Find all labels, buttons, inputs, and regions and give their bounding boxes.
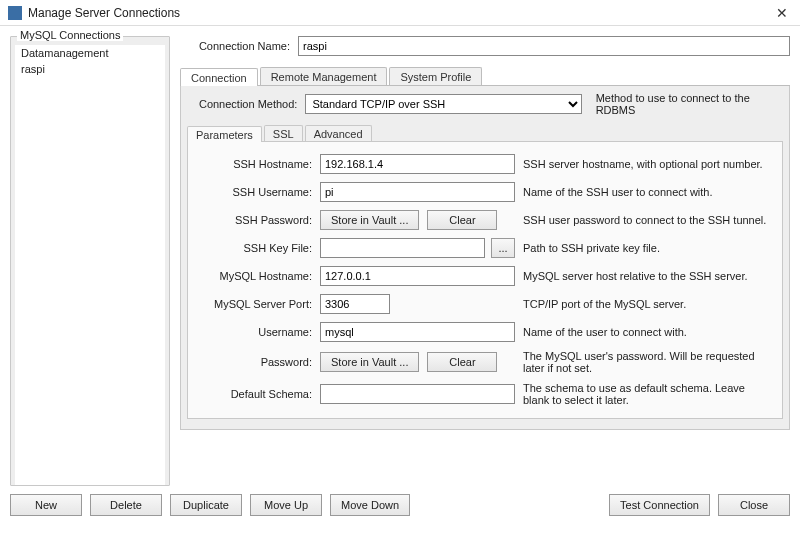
ssh-keyfile-input[interactable] xyxy=(320,238,485,258)
mysql-hostname-label: MySQL Hostname: xyxy=(196,270,312,282)
mysql-password-store-button[interactable]: Store in Vault ... xyxy=(320,352,419,372)
ssh-username-label: SSH Username: xyxy=(196,186,312,198)
connections-panel-label: MySQL Connections xyxy=(17,29,123,41)
connection-name-input[interactable] xyxy=(298,36,790,56)
ssh-hostname-input[interactable] xyxy=(320,154,515,174)
mysql-username-label: Username: xyxy=(196,326,312,338)
subtab-advanced[interactable]: Advanced xyxy=(305,125,372,141)
default-schema-hint: The schema to use as default schema. Lea… xyxy=(523,382,774,406)
list-item[interactable]: raspi xyxy=(15,61,165,77)
connection-method-label: Connection Method: xyxy=(187,98,297,110)
test-connection-button[interactable]: Test Connection xyxy=(609,494,710,516)
mysql-username-input[interactable] xyxy=(320,322,515,342)
duplicate-button[interactable]: Duplicate xyxy=(170,494,242,516)
footer: New Delete Duplicate Move Up Move Down T… xyxy=(0,486,800,524)
mysql-password-hint: The MySQL user's password. Will be reque… xyxy=(523,350,774,374)
ssh-username-hint: Name of the SSH user to connect with. xyxy=(523,186,774,198)
default-schema-label: Default Schema: xyxy=(196,388,312,400)
mysql-port-label: MySQL Server Port: xyxy=(196,298,312,310)
main-tabs-container: Connection Remote Management System Prof… xyxy=(180,64,790,430)
connection-name-row: Connection Name: xyxy=(180,36,790,56)
list-item[interactable]: Datamanagement xyxy=(15,45,165,61)
connection-panel: Connection Method: Standard TCP/IP over … xyxy=(180,86,790,430)
sub-tabs: Parameters SSL Advanced xyxy=(187,122,783,142)
mysql-port-hint: TCP/IP port of the MySQL server. xyxy=(523,298,774,310)
titlebar: Manage Server Connections ✕ xyxy=(0,0,800,26)
connections-panel: MySQL Connections Datamanagement raspi xyxy=(10,36,170,486)
default-schema-input[interactable] xyxy=(320,384,515,404)
mysql-password-clear-button[interactable]: Clear xyxy=(427,352,497,372)
tab-system-profile[interactable]: System Profile xyxy=(389,67,482,85)
mysql-hostname-input[interactable] xyxy=(320,266,515,286)
parameters-panel: SSH Hostname: SSH server hostname, with … xyxy=(187,142,783,419)
window-title: Manage Server Connections xyxy=(28,6,772,20)
delete-button[interactable]: Delete xyxy=(90,494,162,516)
ssh-password-hint: SSH user password to connect to the SSH … xyxy=(523,214,774,226)
connections-list[interactable]: Datamanagement raspi xyxy=(15,45,165,485)
mysql-hostname-hint: MySQL server host relative to the SSH se… xyxy=(523,270,774,282)
tab-connection[interactable]: Connection xyxy=(180,68,258,86)
subtab-parameters[interactable]: Parameters xyxy=(187,126,262,142)
tab-remote-management[interactable]: Remote Management xyxy=(260,67,388,85)
main-tabs: Connection Remote Management System Prof… xyxy=(180,64,790,86)
app-icon xyxy=(8,6,22,20)
connection-method-select[interactable]: Standard TCP/IP over SSH xyxy=(305,94,581,114)
ssh-keyfile-hint: Path to SSH private key file. xyxy=(523,242,774,254)
ssh-password-store-button[interactable]: Store in Vault ... xyxy=(320,210,419,230)
move-down-button[interactable]: Move Down xyxy=(330,494,410,516)
ssh-hostname-hint: SSH server hostname, with optional port … xyxy=(523,158,774,170)
ssh-keyfile-label: SSH Key File: xyxy=(196,242,312,254)
mysql-password-label: Password: xyxy=(196,356,312,368)
ssh-password-clear-button[interactable]: Clear xyxy=(427,210,497,230)
close-button[interactable]: Close xyxy=(718,494,790,516)
ssh-keyfile-browse-button[interactable]: ... xyxy=(491,238,515,258)
close-icon[interactable]: ✕ xyxy=(772,5,792,21)
move-up-button[interactable]: Move Up xyxy=(250,494,322,516)
ssh-username-input[interactable] xyxy=(320,182,515,202)
new-button[interactable]: New xyxy=(10,494,82,516)
ssh-hostname-label: SSH Hostname: xyxy=(196,158,312,170)
connection-name-label: Connection Name: xyxy=(180,40,290,52)
mysql-username-hint: Name of the user to connect with. xyxy=(523,326,774,338)
ssh-password-label: SSH Password: xyxy=(196,214,312,226)
mysql-port-input[interactable] xyxy=(320,294,390,314)
connection-method-hint: Method to use to connect to the RDBMS xyxy=(596,92,783,116)
subtab-ssl[interactable]: SSL xyxy=(264,125,303,141)
